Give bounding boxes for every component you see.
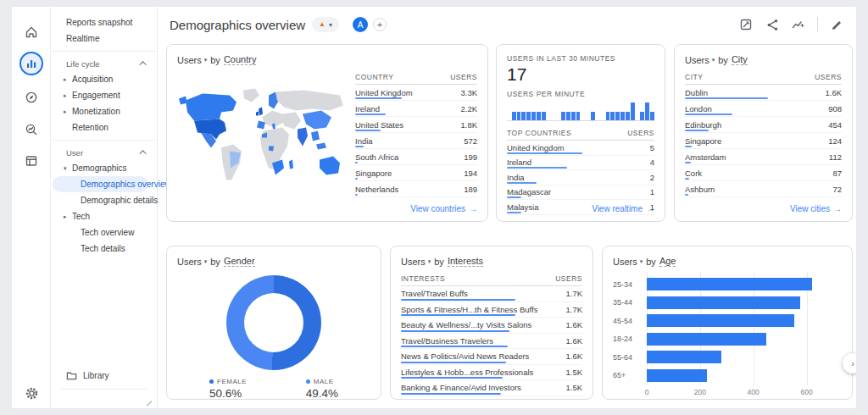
sidebar-resize-handle[interactable]	[147, 401, 152, 406]
sidebar-item-tech-details[interactable]: Tech details	[51, 241, 157, 257]
row-bar	[401, 346, 508, 347]
by-label: by	[646, 257, 656, 267]
age-row: 45-54	[613, 312, 833, 330]
sidebar-item-realtime[interactable]: Realtime	[51, 30, 157, 47]
users-metric-dropdown[interactable]: Users▾	[685, 55, 715, 65]
dimension-link-gender[interactable]: Gender	[224, 256, 255, 267]
expand-arrow-icon: ▸	[64, 76, 72, 83]
nav-section-life-cycle[interactable]: Life cycle	[51, 56, 157, 71]
column-header-interests: INTERESTS	[401, 274, 445, 283]
comparison-chip-all-users[interactable]: A	[353, 17, 368, 32]
admin-gear-icon[interactable]	[23, 385, 40, 401]
sidebar-item-monetization[interactable]: ▸Monetization	[51, 103, 157, 119]
nav-divider	[59, 389, 148, 390]
view-cities-link[interactable]: View cities →	[790, 204, 842, 213]
row-bar	[401, 362, 506, 363]
row-value: 199	[464, 152, 477, 162]
sidebar-item-label: Monetization	[72, 107, 120, 116]
city-table: CITY USERS Dublin 1.6K London 908	[685, 70, 842, 197]
card-users-by-interests: Users▾ by Interests INTERESTS USERS Trav…	[390, 246, 593, 400]
card-users-by-country: Users▾ by Country	[166, 44, 488, 222]
sidebar-item-reports-snapshot[interactable]: Reports snapshot	[51, 14, 157, 30]
tick-label: 400	[748, 388, 760, 396]
row-label: Ashburn	[685, 185, 715, 194]
sidebar-item-label: Realtime	[66, 34, 99, 43]
table-row: London 908	[685, 101, 842, 117]
nav-section-user[interactable]: User	[51, 145, 157, 160]
dimension-link-age[interactable]: Age	[659, 256, 676, 267]
dimension-link-country[interactable]: Country	[224, 54, 257, 65]
table-row: Travel/Travel Buffs 1.7K	[401, 286, 582, 302]
sidebar-item-engagement[interactable]: ▸Engagement	[51, 87, 157, 103]
add-comparison-button[interactable]: +	[373, 18, 387, 31]
chevron-up-icon	[139, 150, 146, 157]
row-value: 1.6K	[565, 320, 582, 329]
dimension-link-interests[interactable]: Interests	[448, 256, 483, 267]
row-bar	[355, 146, 364, 147]
row-value: 1	[650, 187, 654, 196]
donut-hole	[244, 293, 303, 352]
sidebar-item-demographics-overview[interactable]: Demographics overview	[53, 176, 148, 192]
row-label: South Africa	[355, 152, 398, 162]
users-metric-dropdown[interactable]: Users▾	[401, 257, 431, 267]
row-label: India	[507, 173, 525, 182]
row-value: 194	[464, 169, 477, 178]
sidebar-item-library[interactable]: Library	[51, 366, 157, 385]
row-bar	[685, 146, 692, 147]
sidebar-item-demographics[interactable]: ▾Demographics	[51, 160, 157, 176]
share-icon[interactable]	[765, 17, 780, 32]
advertising-icon[interactable]	[23, 121, 40, 138]
age-row: 55-64	[613, 348, 833, 367]
explore-icon[interactable]	[23, 89, 40, 106]
table-row: Madagascar 1	[507, 185, 654, 201]
row-bar	[507, 212, 521, 213]
row-value: 908	[828, 104, 842, 113]
age-bar	[647, 333, 766, 346]
users-metric-dropdown[interactable]: Users▾	[177, 55, 207, 65]
row-label: Banking & Finance/Avid Investors	[401, 383, 521, 392]
table-row: Amsterdam 112	[685, 149, 842, 165]
view-countries-link[interactable]: View countries →	[410, 204, 477, 213]
city-rows: Dublin 1.6K London 908 Edinburgh 454	[685, 85, 842, 197]
sidebar-item-tech[interactable]: ▸Tech	[51, 208, 157, 224]
age-bar-chart: 0 200 400 600	[613, 270, 842, 399]
users-metric-dropdown[interactable]: Users▾	[177, 257, 207, 267]
row-bar	[685, 162, 691, 163]
bar-track	[647, 278, 833, 290]
table-row: Edinburgh 454	[685, 117, 842, 133]
sidebar-item-label: Retention	[72, 123, 108, 132]
customize-report-icon[interactable]	[829, 17, 844, 32]
warning-triangle-icon: ▲	[319, 21, 326, 28]
data-warning-chip[interactable]: ▲ ▾	[312, 17, 339, 32]
edit-report-icon[interactable]	[738, 17, 754, 32]
row-value: 454	[828, 120, 842, 130]
insights-icon[interactable]	[791, 17, 806, 32]
caret-down-icon: ▾	[204, 57, 208, 64]
age-rows: 25-34 35-44 45-54 18-24	[613, 275, 833, 385]
age-bar	[647, 278, 812, 290]
bar-track	[647, 314, 833, 327]
legend-female: FEMALE 50.6%	[209, 378, 247, 400]
sidebar-item-label: Tech overview	[81, 228, 134, 237]
minute-bar	[576, 112, 581, 121]
users-metric-dropdown[interactable]: Users▾	[613, 257, 643, 267]
table-row: India 572	[355, 133, 477, 149]
dimension-link-city[interactable]: City	[732, 54, 748, 65]
minute-bar	[620, 112, 625, 121]
card-title: Users▾ by Gender	[177, 256, 370, 267]
tick-label: 600	[800, 388, 812, 396]
view-realtime-link[interactable]: View realtime →	[592, 204, 654, 213]
row-bar	[401, 299, 515, 301]
sidebar-item-acquisition[interactable]: ▸Acquisition	[51, 71, 157, 87]
sidebar-item-retention[interactable]: Retention	[51, 119, 157, 136]
sidebar-item-demographic-details[interactable]: Demographic details	[51, 192, 157, 208]
legend-male: MALE 49.4%	[306, 378, 338, 400]
sidebar-item-tech-overview[interactable]: Tech overview	[51, 224, 157, 241]
configure-icon[interactable]	[23, 152, 40, 169]
home-icon[interactable]	[23, 24, 40, 41]
arrow-right-icon: →	[833, 204, 842, 213]
row-bar	[685, 113, 732, 115]
age-bucket-label: 35-44	[613, 298, 647, 307]
reports-icon[interactable]	[19, 52, 43, 75]
country-table: COUNTRY USERS United Kingdom 3.3K Irelan…	[355, 70, 477, 197]
